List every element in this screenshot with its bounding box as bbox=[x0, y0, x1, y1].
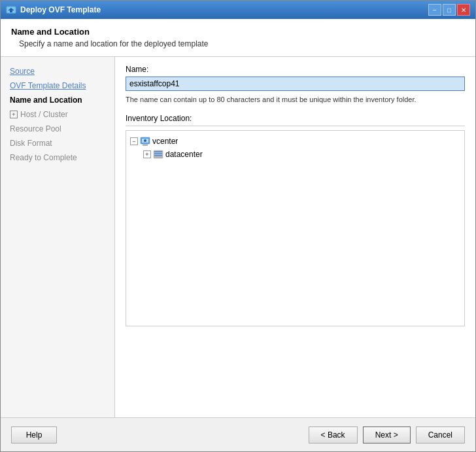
next-button[interactable]: Next > bbox=[363, 426, 411, 443]
sidebar-item-host-cluster-label: Host / Cluster bbox=[20, 110, 68, 119]
footer: Help < Back Next > Cancel bbox=[1, 417, 475, 451]
title-controls: − □ ✕ bbox=[428, 4, 470, 16]
maximize-button[interactable]: □ bbox=[443, 4, 456, 16]
name-input[interactable] bbox=[126, 77, 465, 91]
back-button[interactable]: < Back bbox=[309, 426, 358, 443]
inventory-location-label: Inventory Location: bbox=[126, 114, 465, 126]
svg-rect-11 bbox=[154, 157, 162, 158]
minimize-button[interactable]: − bbox=[428, 4, 441, 16]
svg-rect-10 bbox=[154, 155, 162, 156]
svg-point-5 bbox=[144, 139, 146, 142]
svg-rect-8 bbox=[154, 151, 162, 152]
window-icon bbox=[6, 5, 16, 15]
header-subtitle: Specify a name and location for the depl… bbox=[19, 39, 465, 48]
sidebar-item-ovf-template-details[interactable]: OVF Template Details bbox=[6, 79, 109, 92]
svg-rect-2 bbox=[10, 10, 12, 12]
main-content: Name: The name can contain up to 80 char… bbox=[115, 57, 475, 417]
datacenter-label: datacenter bbox=[165, 150, 203, 159]
deploy-ovf-window: Deploy OVF Template − □ ✕ Name and Locat… bbox=[0, 0, 476, 452]
sidebar-item-source[interactable]: Source bbox=[6, 65, 109, 78]
expand-icon: + bbox=[10, 111, 18, 118]
sidebar-item-ready-to-complete: Ready to Complete bbox=[6, 151, 109, 164]
sidebar-item-name-and-location: Name and Location bbox=[6, 94, 109, 107]
sidebar: Source OVF Template Details Name and Loc… bbox=[1, 57, 115, 417]
close-button[interactable]: ✕ bbox=[457, 4, 470, 16]
title-bar-left: Deploy OVF Template bbox=[6, 5, 101, 15]
datacenter-icon bbox=[153, 149, 163, 160]
tree-node-vcenter[interactable]: − vcenter bbox=[130, 135, 460, 148]
help-button[interactable]: Help bbox=[11, 426, 57, 443]
datacenter-toggle[interactable]: + bbox=[143, 150, 151, 158]
svg-rect-9 bbox=[154, 153, 162, 154]
header-title: Name and Location bbox=[11, 27, 465, 37]
name-hint-text: The name can contain up to 80 characters… bbox=[126, 95, 465, 105]
footer-left: Help bbox=[11, 426, 57, 443]
sidebar-item-host-cluster: + Host / Cluster bbox=[6, 108, 109, 121]
tree-container: − vcenter + bbox=[126, 130, 465, 326]
header-section: Name and Location Specify a name and loc… bbox=[1, 19, 475, 57]
vcenter-label: vcenter bbox=[152, 137, 178, 146]
title-bar: Deploy OVF Template − □ ✕ bbox=[1, 1, 475, 19]
svg-rect-6 bbox=[143, 145, 148, 146]
tree-node-datacenter[interactable]: + datacenter bbox=[143, 148, 460, 161]
cancel-button[interactable]: Cancel bbox=[416, 426, 465, 443]
content-area: Source OVF Template Details Name and Loc… bbox=[1, 57, 475, 417]
footer-right: < Back Next > Cancel bbox=[309, 426, 465, 443]
window-title: Deploy OVF Template bbox=[20, 5, 101, 14]
tree-children-vcenter: + datacenter bbox=[143, 148, 460, 161]
vcenter-toggle[interactable]: − bbox=[130, 137, 138, 145]
name-field-label: Name: bbox=[126, 65, 465, 74]
vcenter-icon bbox=[140, 136, 150, 147]
sidebar-item-resource-pool: Resource Pool bbox=[6, 122, 109, 135]
sidebar-item-disk-format: Disk Format bbox=[6, 137, 109, 150]
